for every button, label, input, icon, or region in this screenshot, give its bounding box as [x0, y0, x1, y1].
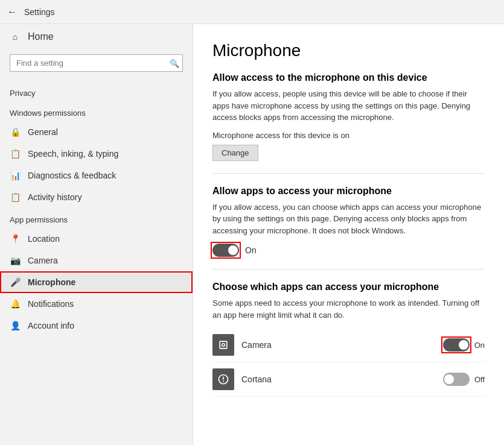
search-input[interactable]: [10, 54, 183, 72]
sidebar-item-camera-label: Camera: [28, 256, 58, 265]
page-title: Microphone: [212, 41, 485, 60]
sidebar-item-accountinfo[interactable]: 👤 Account info: [0, 315, 193, 336]
choose-apps-section: Choose which apps can access your microp…: [212, 282, 485, 397]
speech-icon: 📋: [10, 149, 21, 159]
divider-2: [212, 269, 485, 270]
device-access-description: If you allow access, people using this d…: [212, 88, 485, 124]
sidebar-item-camera[interactable]: 📷 Camera: [0, 250, 193, 271]
camera-toggle-thumb: [459, 340, 468, 350]
main-content: Microphone Allow access to the microphon…: [193, 24, 504, 445]
cortana-app-name: Cortana: [241, 374, 436, 384]
back-button[interactable]: ←: [7, 7, 17, 17]
windows-permissions-label: Windows permissions: [0, 101, 193, 121]
cortana-app-toggle[interactable]: [443, 373, 470, 386]
activity-icon: 📋: [10, 192, 21, 202]
choose-apps-heading: Choose which apps can access your microp…: [212, 282, 485, 292]
app-list-item-camera: Camera On: [212, 328, 485, 362]
app-permissions-label: App permissions: [0, 208, 193, 228]
sidebar-item-general-label: General: [28, 127, 58, 137]
change-button[interactable]: Change: [212, 145, 258, 161]
sidebar-item-microphone-label: Microphone: [28, 277, 75, 287]
search-icon[interactable]: 🔍: [170, 58, 179, 68]
cortana-toggle-label: Off: [474, 375, 485, 384]
sidebar-item-activity-label: Activity history: [28, 192, 81, 202]
window-title: Settings: [24, 7, 55, 17]
home-icon: ⌂: [10, 32, 21, 42]
apps-access-toggle-thumb: [228, 245, 238, 255]
sidebar-item-location[interactable]: 📍 Location: [0, 228, 193, 250]
sidebar-item-speech[interactable]: 📋 Speech, inking, & typing: [0, 143, 193, 165]
camera-icon: 📷: [10, 256, 21, 265]
sidebar-item-home[interactable]: ⌂ Home: [0, 24, 193, 49]
camera-toggle-label: On: [474, 341, 485, 350]
sidebar-item-notifications-label: Notifications: [28, 299, 74, 309]
sidebar-item-location-label: Location: [28, 234, 60, 244]
notifications-icon: 🔔: [10, 299, 21, 309]
sidebar: ⌂ Home 🔍 Privacy Windows permissions 🔒 G…: [0, 24, 193, 445]
sidebar-item-general[interactable]: 🔒 General: [0, 121, 193, 143]
cortana-app-icon: [217, 373, 229, 385]
apps-access-heading: Allow apps to access your microphone: [212, 186, 485, 197]
camera-app-icon: [217, 339, 229, 351]
sidebar-item-accountinfo-label: Account info: [28, 321, 74, 330]
sidebar-item-microphone[interactable]: 🎤 Microphone: [0, 271, 193, 293]
cortana-app-icon-box: [212, 368, 234, 390]
microphone-icon: 🎤: [10, 277, 21, 287]
sidebar-search-area: 🔍: [0, 49, 193, 81]
sidebar-item-activity[interactable]: 📋 Activity history: [0, 186, 193, 208]
apps-access-section: Allow apps to access your microphone If …: [212, 186, 485, 257]
diagnostics-icon: 📊: [10, 171, 21, 180]
camera-toggle-row: On: [443, 338, 485, 352]
cortana-toggle-row: Off: [443, 373, 485, 386]
sidebar-item-speech-label: Speech, inking, & typing: [28, 149, 118, 159]
apps-access-toggle[interactable]: [212, 244, 239, 257]
cortana-toggle-thumb: [444, 374, 454, 384]
accountinfo-icon: 👤: [10, 321, 21, 330]
device-access-heading: Allow access to the microphone on this d…: [212, 72, 485, 83]
general-icon: 🔒: [10, 127, 21, 137]
sidebar-home-label: Home: [28, 31, 54, 42]
apps-access-description: If you allow access, you can choose whic…: [212, 201, 485, 237]
apps-access-toggle-row: On: [212, 244, 485, 257]
location-icon: 📍: [10, 234, 21, 244]
privacy-label: Privacy: [0, 81, 193, 101]
camera-app-icon-box: [212, 334, 234, 356]
sidebar-item-diagnostics-label: Diagnostics & feedback: [28, 171, 116, 180]
divider-1: [212, 173, 485, 174]
choose-apps-description: Some apps need to access your microphone…: [212, 297, 485, 321]
sidebar-item-notifications[interactable]: 🔔 Notifications: [0, 293, 193, 315]
app-list-item-cortana: Cortana Off: [212, 362, 485, 397]
device-access-status: Microphone access for this device is on: [212, 131, 485, 140]
device-access-section: Allow access to the microphone on this d…: [212, 72, 485, 161]
camera-app-name: Camera: [241, 340, 436, 350]
apps-access-toggle-label: On: [245, 245, 257, 255]
sidebar-item-diagnostics[interactable]: 📊 Diagnostics & feedback: [0, 165, 193, 186]
camera-app-toggle[interactable]: [443, 338, 470, 352]
